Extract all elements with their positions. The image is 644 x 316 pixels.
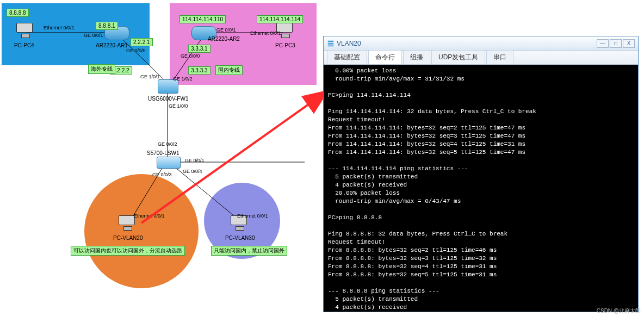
vlan20-port: Ethernet 0/0/1: [134, 213, 165, 219]
tab-bar: 基础配置 命令行 组播 UDP发包工具 串口: [324, 51, 638, 65]
sw-port-r: GE 0/0/1: [185, 158, 205, 163]
fw-port-l: GE 1/0/1: [140, 74, 160, 79]
pc3-ip: 114.114.114.114: [257, 15, 303, 23]
close-button[interactable]: X: [623, 39, 635, 48]
vlan20-caption: 可以访问国内也可以访问国外，分流自动选路: [71, 246, 185, 256]
ar2-ip-top: 114.114.114.110: [179, 15, 226, 23]
sw-port-d1: GE 0/0/3: [152, 172, 172, 177]
vlan30-label: PC-VLAN30: [225, 235, 255, 241]
ar1-ip-e: 8.8.8.1: [96, 22, 118, 30]
titlebar[interactable]: VLAN20 — □ X: [324, 36, 638, 51]
pc-icon: [16, 23, 35, 39]
switch-icon: [157, 157, 181, 169]
sw-port-d2: GE 0/0/4: [183, 169, 202, 174]
maximize-button[interactable]: □: [610, 39, 622, 48]
vlan20-label: PC-VLAN20: [113, 235, 143, 241]
ar1-ip-d: 2.2.2.1: [131, 38, 153, 46]
pc4-ip: 8.8.8.8: [7, 9, 29, 17]
sw-port-up: GE 0/0/2: [158, 141, 177, 147]
sw-label: S5700-LSW1: [147, 150, 179, 156]
watermark: CSDN @北府太郎: [597, 307, 641, 315]
ar1-port-e: GE 0/0/1: [84, 33, 103, 38]
fw-port-d: GE 1/0/0: [169, 103, 188, 109]
tab-basic-config[interactable]: 基础配置: [327, 50, 367, 64]
minimize-button[interactable]: —: [597, 39, 609, 48]
fw-ip-r: 3.3.3.3: [188, 66, 210, 75]
app-logo-icon: [327, 40, 335, 47]
ar2-ip-d: 3.3.3.1: [188, 45, 210, 53]
ar1-label: AR2220-AR1: [96, 42, 128, 48]
fw-port-r: GE 1/0/2: [173, 76, 193, 82]
zone-vlan20: [84, 174, 199, 288]
terminal-output[interactable]: 0.00% packet loss round-trip min/avg/max…: [324, 65, 638, 312]
fw-lbl-r: 国内专线: [215, 65, 243, 75]
tab-udp-tool[interactable]: UDP发包工具: [431, 50, 485, 64]
ar2-port-d: GE 0/0/0: [181, 53, 200, 59]
fw-label: USG6000V-FW1: [148, 96, 188, 102]
tab-serial[interactable]: 串口: [486, 50, 513, 64]
tab-multicast[interactable]: 组播: [403, 50, 430, 64]
window-title: VLAN20: [337, 40, 361, 47]
ar2-port-e: GE 0/0/1: [216, 27, 236, 33]
fw-lbl-l: 海外专线: [88, 64, 115, 74]
network-topology: PC-PC4 8.8.8.8 Ethernet 0/0/1 AR2220-AR1…: [0, 0, 326, 316]
vlan30-port: Ethernet 0/0/1: [237, 213, 268, 219]
tab-cli[interactable]: 命令行: [368, 50, 402, 64]
pc4-port: Ethernet 0/0/1: [44, 25, 75, 30]
ar2-label: AR2220-AR2: [208, 36, 240, 42]
pc3-label: PC-PC3: [275, 42, 295, 48]
vlan30-caption: 只能访问国内，禁止访问国外: [211, 246, 287, 256]
ar1-port-d: GE 0/0/0: [126, 48, 146, 53]
terminal-window: VLAN20 — □ X 基础配置 命令行 组播 UDP发包工具 串口 0.00…: [323, 36, 639, 312]
pc4-label: PC-PC4: [14, 42, 34, 48]
pc3-port: Ethernet 0/0/1: [250, 30, 281, 36]
